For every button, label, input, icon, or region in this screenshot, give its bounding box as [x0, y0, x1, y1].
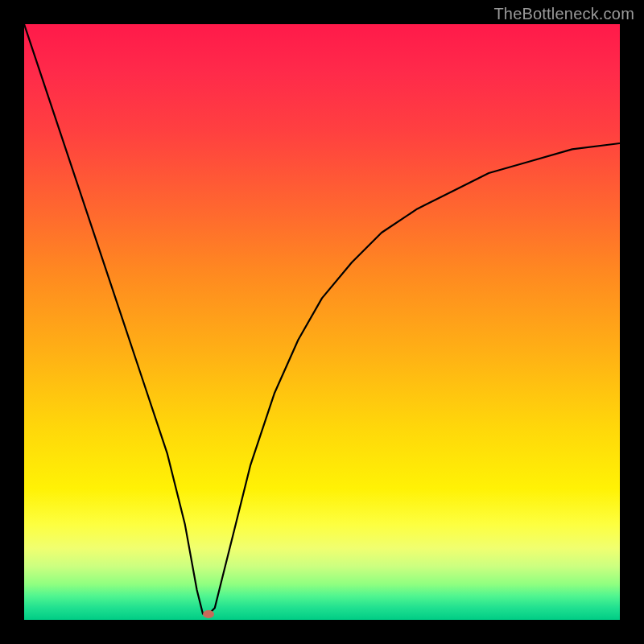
watermark-text: TheBottleneck.com: [493, 5, 634, 23]
optimal-point-marker: [203, 610, 214, 618]
plot-area: [24, 24, 620, 620]
chart-frame: TheBottleneck.com: [0, 0, 644, 644]
bottleneck-curve: [24, 24, 620, 620]
